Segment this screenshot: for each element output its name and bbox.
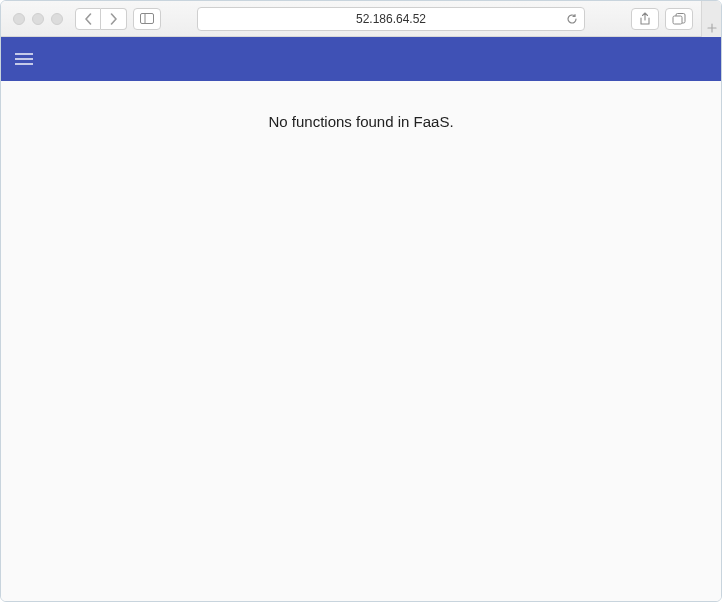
reload-icon (566, 13, 578, 25)
toolbar-right-group (631, 8, 713, 30)
menu-button[interactable] (15, 53, 33, 65)
reload-button[interactable] (566, 13, 578, 25)
window-controls (9, 13, 69, 25)
svg-rect-0 (141, 14, 154, 24)
plus-icon (707, 23, 717, 33)
minimize-window-button[interactable] (32, 13, 44, 25)
chevron-right-icon (109, 13, 118, 25)
browser-toolbar: 52.186.64.52 (1, 1, 721, 37)
sidebar-icon (140, 13, 154, 24)
share-button[interactable] (631, 8, 659, 30)
app-header (1, 37, 721, 81)
sidebar-toggle-button[interactable] (133, 8, 161, 30)
forward-button[interactable] (101, 8, 127, 30)
back-button[interactable] (75, 8, 101, 30)
tabs-icon (672, 13, 686, 25)
maximize-window-button[interactable] (51, 13, 63, 25)
new-tab-button[interactable] (701, 1, 721, 37)
svg-rect-2 (673, 16, 682, 24)
tabs-button[interactable] (665, 8, 693, 30)
close-window-button[interactable] (13, 13, 25, 25)
hamburger-icon (15, 53, 33, 55)
main-content: No functions found in FaaS. (1, 81, 721, 602)
empty-state-message: No functions found in FaaS. (268, 113, 453, 602)
chevron-left-icon (84, 13, 93, 25)
address-text: 52.186.64.52 (356, 12, 426, 26)
address-bar[interactable]: 52.186.64.52 (197, 7, 585, 31)
share-icon (639, 12, 651, 26)
nav-button-group (75, 8, 127, 30)
